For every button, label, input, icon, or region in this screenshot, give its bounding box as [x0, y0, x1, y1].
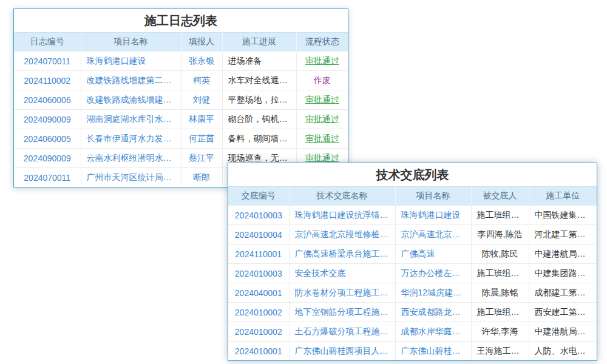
table-row[interactable]: 2024060005长春市伊通河水力发电厂...何芷茵备料，砌间墙钩机排土，瓦.…	[14, 129, 348, 149]
cell-name[interactable]: 土石方爆破分项工程施工...	[289, 322, 395, 342]
cell-project[interactable]: 广佛高速	[395, 244, 471, 264]
cell-id[interactable]: 2024070011	[14, 52, 81, 71]
cell-recipient: 施工班组带班...	[471, 206, 529, 225]
col-header-status: 流程状态	[296, 33, 348, 52]
cell-project[interactable]: 华润12城房建工程...	[395, 283, 471, 303]
cell-recipient: 陈牧,陈民	[471, 244, 529, 264]
cell-reporter[interactable]: 何芷茵	[181, 129, 222, 149]
cell-unit: 中建集团路面工程有...	[529, 264, 597, 283]
cell-unit: 中国铁建集团有限公司	[529, 206, 597, 225]
cell-reporter[interactable]: 柯英	[181, 71, 222, 90]
cell-project[interactable]: 广州市天河区统计局机房...	[81, 168, 181, 187]
table-header-row: 日志编号 项目名称 填报人 施工进展 流程状态	[14, 33, 348, 52]
cell-id[interactable]: 2024110002	[14, 71, 81, 90]
cell-project[interactable]: 湖南洞庭湖水库引水工程...	[81, 110, 181, 129]
cell-project[interactable]: 长春市伊通河水力发电厂...	[81, 129, 181, 149]
table-row[interactable]: 2024040001防水卷材分项工程施工技...华润12城房建工程...陈晨,陈…	[228, 283, 597, 303]
cell-project[interactable]: 万达办公楼左侧A...	[395, 264, 471, 283]
cell-unit: 西安建工第一建筑有...	[529, 303, 597, 322]
col-header-recipient: 被交底人	[471, 187, 529, 206]
cell-progress: 进场准备	[222, 52, 296, 71]
cell-recipient: 王海施工队全队	[471, 342, 529, 361]
col-header-log-id: 日志编号	[14, 33, 81, 52]
cell-name[interactable]: 珠海鹤港口建设抗浮锚杆...	[289, 206, 395, 225]
cell-reporter[interactable]: 刘健	[181, 90, 222, 110]
cell-id[interactable]: 2024090009	[14, 110, 81, 129]
cell-id[interactable]: 2024060006	[14, 90, 81, 110]
cell-id[interactable]: 2024010003	[228, 264, 289, 283]
table-row[interactable]: 2024090009湖南洞庭湖水库引水工程...林康平砌台阶，钩机排土，二包砌.…	[14, 110, 348, 129]
cell-project[interactable]: 改建铁路线增建第二线直...	[81, 71, 181, 90]
cell-id[interactable]: 2024040001	[228, 283, 289, 303]
cell-id[interactable]: 2024110001	[228, 244, 289, 264]
col-header-reporter: 填报人	[181, 33, 222, 52]
cell-reporter[interactable]: 林康平	[181, 110, 222, 129]
cell-id[interactable]: 2024010002	[228, 322, 289, 342]
table-row[interactable]: 2024110002改建铁路线增建第二线直...柯英水车对全线遮阳网覆盖点进..…	[14, 71, 348, 90]
technical-disclosure-table-card: 技术交底列表 交底编号 技术交底名称 项目名称 被交底人 施工单位 202401…	[228, 163, 597, 361]
cell-id[interactable]: 2024010003	[228, 206, 289, 225]
col-header-project-name: 项目名称	[81, 33, 181, 52]
cell-progress: 砌台阶，钩机排土，二包砌...	[222, 110, 296, 129]
cell-unit: 河北建工第一建筑有...	[529, 225, 597, 244]
col-header-disclosure-name: 技术交底名称	[289, 187, 395, 206]
cell-project[interactable]: 广东佛山碧桂园项目	[395, 342, 471, 361]
cell-name[interactable]: 防水卷材分项工程施工技...	[289, 283, 395, 303]
technical-disclosure-table: 交底编号 技术交底名称 项目名称 被交底人 施工单位 2024010003珠海鹤…	[228, 186, 597, 360]
cell-id[interactable]: 2024060005	[14, 129, 81, 149]
cell-project[interactable]: 珠海鹤港口建设	[81, 52, 181, 71]
table-row[interactable]: 2024010002地下室钢筋分项工程施工...西安成都路龙湖上...施工班组带…	[228, 303, 597, 322]
cell-reporter[interactable]: 蔡江平	[181, 149, 222, 168]
cell-name[interactable]: 广东佛山碧桂园项目人防...	[289, 342, 395, 361]
cell-id[interactable]: 2024010001	[228, 342, 289, 361]
cell-reporter[interactable]: 断郎	[181, 168, 222, 187]
cell-status[interactable]: 作废	[296, 71, 348, 90]
table-row[interactable]: 2024010002土石方爆破分项工程施工...成都水岸华庭名苑...许华,李海…	[228, 322, 597, 342]
cell-recipient: 陈晨,陈铭	[471, 283, 529, 303]
col-header-disclosure-id: 交底编号	[228, 187, 289, 206]
cell-progress: 备料，砌间墙钩机排土，瓦...	[222, 129, 296, 149]
cell-unit: 中建港航局集团有限...	[529, 322, 597, 342]
cell-project[interactable]: 西安成都路龙湖上...	[395, 303, 471, 322]
table-row[interactable]: 2024010003珠海鹤港口建设抗浮锚杆...珠海鹤港口建设施工班组带班...…	[228, 206, 597, 225]
cell-project[interactable]: 改建铁路成渝线增建第二...	[81, 90, 181, 110]
cell-unit: 人防、水电、消防暖通	[529, 342, 597, 361]
construction-log-title: 施工日志列表	[14, 9, 348, 32]
cell-project[interactable]: 珠海鹤港口建设	[395, 206, 471, 225]
cell-recipient: 施工班组带班...	[471, 264, 529, 283]
table-header-row: 交底编号 技术交底名称 项目名称 被交底人 施工单位	[228, 187, 597, 206]
cell-unit: 成都建工第一建筑有...	[529, 283, 597, 303]
cell-name[interactable]: 安全技术交底	[289, 264, 395, 283]
cell-project[interactable]: 成都水岸华庭名苑...	[395, 322, 471, 342]
cell-recipient: 许华,李海	[471, 322, 529, 342]
table-row[interactable]: 2024070011珠海鹤港口建设张永银进场准备审批通过	[14, 52, 348, 71]
cell-recipient: 施工班组带班...	[471, 303, 529, 322]
col-header-project-name: 项目名称	[395, 187, 471, 206]
col-header-progress: 施工进展	[222, 33, 296, 52]
cell-project[interactable]: 云南水利枢纽潜明水库一...	[81, 149, 181, 168]
table-row[interactable]: 2024010003安全技术交底万达办公楼左侧A...施工班组带班...中建集团…	[228, 264, 597, 283]
table-row[interactable]: 2024060006改建铁路成渝线增建第二...刘健平整场地，拉走多余泥土15.…	[14, 90, 348, 110]
cell-status[interactable]: 审批通过	[296, 129, 348, 149]
cell-status[interactable]: 审批通过	[296, 52, 348, 71]
cell-name[interactable]: 京沪高速北京段维修桩帽...	[289, 225, 395, 244]
cell-project[interactable]: 京沪高速北京段维修	[395, 225, 471, 244]
construction-log-table-card: 施工日志列表 日志编号 项目名称 填报人 施工进展 流程状态 202407001…	[13, 8, 348, 187]
cell-name[interactable]: 广佛高速桥梁承台施工技...	[289, 244, 395, 264]
cell-id[interactable]: 2024010004	[228, 225, 289, 244]
cell-id[interactable]: 2024010002	[228, 303, 289, 322]
cell-unit: 中建港航局集团有限...	[529, 244, 597, 264]
cell-reporter[interactable]: 张永银	[181, 52, 222, 71]
cell-id[interactable]: 2024090009	[14, 149, 81, 168]
technical-disclosure-title: 技术交底列表	[228, 163, 597, 186]
table-row[interactable]: 2024010004京沪高速北京段维修桩帽...京沪高速北京段维修李四海,陈浩河…	[228, 225, 597, 244]
table-row[interactable]: 2024110001广佛高速桥梁承台施工技...广佛高速陈牧,陈民中建港航局集团…	[228, 244, 597, 264]
cell-recipient: 李四海,陈浩	[471, 225, 529, 244]
col-header-construction-unit: 施工单位	[529, 187, 597, 206]
cell-id[interactable]: 2024070011	[14, 168, 81, 187]
cell-progress: 水车对全线遮阳网覆盖点进...	[222, 71, 296, 90]
table-row[interactable]: 2024010001广东佛山碧桂园项目人防...广东佛山碧桂园项目王海施工队全队…	[228, 342, 597, 361]
cell-name[interactable]: 地下室钢筋分项工程施工...	[289, 303, 395, 322]
cell-status[interactable]: 审批通过	[296, 90, 348, 110]
cell-status[interactable]: 审批通过	[296, 110, 348, 129]
